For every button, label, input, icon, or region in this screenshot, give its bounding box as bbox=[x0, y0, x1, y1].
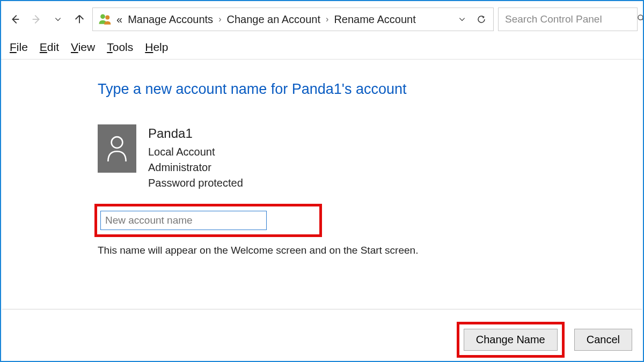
refresh-button[interactable] bbox=[474, 12, 489, 27]
highlight-box-input bbox=[94, 204, 322, 237]
change-name-button[interactable]: Change Name bbox=[464, 329, 558, 351]
menu-tools[interactable]: Tools bbox=[107, 41, 133, 54]
back-button[interactable] bbox=[6, 11, 24, 28]
address-bar[interactable]: « Manage Accounts › Change an Account › … bbox=[92, 8, 494, 31]
account-password-state: Password protected bbox=[148, 175, 243, 191]
account-role: Administrator bbox=[148, 160, 243, 175]
forward-button[interactable] bbox=[28, 11, 45, 28]
breadcrumb: « Manage Accounts › Change an Account › … bbox=[116, 13, 450, 26]
up-button[interactable] bbox=[71, 11, 88, 28]
content-area: Type a new account name for Panda1's acc… bbox=[1, 60, 643, 262]
search-input[interactable] bbox=[504, 13, 633, 26]
svg-point-6 bbox=[112, 137, 123, 148]
chevron-right-icon: › bbox=[218, 14, 221, 24]
avatar bbox=[98, 124, 136, 173]
svg-point-4 bbox=[638, 15, 643, 20]
footer-buttons: Change Name Cancel bbox=[457, 322, 632, 358]
crumb-rename-account[interactable]: Rename Account bbox=[334, 13, 415, 26]
search-box[interactable] bbox=[498, 8, 638, 31]
breadcrumb-prefix: « bbox=[116, 13, 122, 26]
menu-file[interactable]: File bbox=[10, 41, 28, 54]
hint-text: This name will appear on the Welcome scr… bbox=[98, 245, 638, 256]
user-accounts-icon bbox=[97, 12, 112, 27]
menu-bar: File Edit View Tools Help bbox=[1, 36, 643, 60]
account-name: Panda1 bbox=[148, 124, 243, 143]
crumb-manage-accounts[interactable]: Manage Accounts bbox=[128, 13, 213, 26]
svg-point-3 bbox=[105, 16, 109, 20]
chevron-right-icon: › bbox=[326, 14, 328, 24]
menu-view[interactable]: View bbox=[71, 41, 95, 54]
new-account-name-input[interactable] bbox=[100, 211, 267, 230]
menu-help[interactable]: Help bbox=[145, 41, 168, 54]
svg-point-2 bbox=[100, 14, 105, 19]
crumb-change-an-account[interactable]: Change an Account bbox=[226, 13, 320, 26]
page-title: Type a new account name for Panda1's acc… bbox=[98, 81, 638, 98]
menu-edit[interactable]: Edit bbox=[40, 41, 59, 54]
account-info: Panda1 Local Account Administrator Passw… bbox=[148, 124, 243, 191]
account-type: Local Account bbox=[148, 144, 243, 160]
cancel-button[interactable]: Cancel bbox=[574, 329, 632, 351]
search-icon[interactable] bbox=[636, 13, 644, 26]
footer-separator bbox=[2, 309, 642, 309]
account-summary: Panda1 Local Account Administrator Passw… bbox=[98, 124, 638, 191]
highlight-box-change-name: Change Name bbox=[457, 322, 565, 358]
address-dropdown-button[interactable] bbox=[455, 12, 470, 27]
explorer-toolbar: « Manage Accounts › Change an Account › … bbox=[1, 1, 643, 36]
recent-locations-dropdown[interactable] bbox=[49, 11, 67, 28]
